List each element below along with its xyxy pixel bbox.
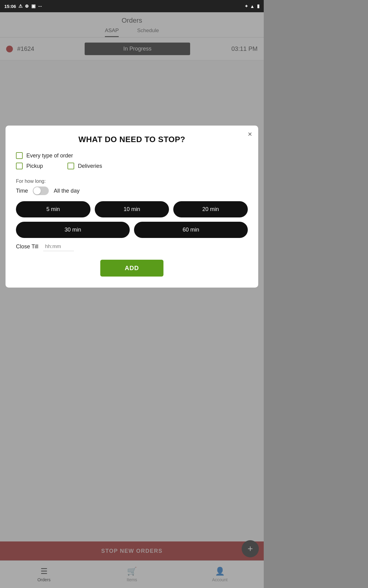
deliveries-label: Deliveries	[78, 163, 102, 169]
location-icon: ⌖	[245, 3, 247, 9]
time-label: Time	[16, 188, 28, 194]
close-till-input[interactable]	[43, 242, 74, 251]
duration-20min-button[interactable]: 20 min	[173, 201, 248, 217]
duration-60min-button[interactable]: 60 min	[134, 222, 248, 238]
stop-orders-modal: × WHAT DO NEED TO STOP? Every type of or…	[6, 126, 258, 288]
for-how-long-label: For how long:	[16, 179, 248, 184]
deliveries-checkbox[interactable]	[67, 163, 74, 169]
modal-title: WHAT DO NEED TO STOP?	[16, 135, 248, 144]
clipboard-icon: ⊕	[25, 3, 29, 9]
pickup-row: Pickup	[16, 163, 43, 169]
duration-buttons-row-1: 5 min 10 min 20 min	[16, 201, 248, 217]
wifi-icon: ▲	[250, 4, 255, 9]
status-bar: 15:06 ⚠ ⊕ ▣ ··· ⌖ ▲ ▮	[0, 0, 264, 12]
time-toggle[interactable]	[33, 187, 49, 195]
more-icon: ···	[38, 4, 42, 9]
modal-close-button[interactable]: ×	[248, 130, 252, 138]
time-toggle-row: Time All the day	[16, 187, 248, 195]
status-bar-right: ⌖ ▲ ▮	[245, 3, 259, 9]
all-day-label: All the day	[54, 188, 79, 194]
toggle-thumb	[33, 187, 41, 194]
modal-overlay[interactable]	[0, 12, 264, 588]
alert-icon: ⚠	[18, 3, 22, 9]
deliveries-row: Deliveries	[67, 163, 102, 169]
every-type-label: Every type of order	[26, 153, 73, 159]
card-icon: ▣	[31, 3, 36, 9]
battery-icon: ▮	[257, 3, 259, 9]
close-till-row: Close Till	[16, 242, 248, 251]
pickup-label: Pickup	[26, 163, 43, 169]
status-bar-left: 15:06 ⚠ ⊕ ▣ ···	[4, 3, 42, 9]
duration-30min-button[interactable]: 30 min	[16, 222, 130, 238]
pickup-checkbox[interactable]	[16, 163, 23, 169]
add-button[interactable]: ADD	[100, 260, 163, 277]
status-time: 15:06	[4, 4, 16, 9]
close-till-label: Close Till	[16, 243, 38, 250]
duration-10min-button[interactable]: 10 min	[95, 201, 169, 217]
pickup-deliveries-row: Pickup Deliveries	[16, 163, 248, 173]
app-container: Orders ASAP Schedule #1624 In Progress 0…	[0, 12, 264, 588]
every-type-checkbox[interactable]	[16, 152, 23, 159]
duration-5min-button[interactable]: 5 min	[16, 201, 90, 217]
duration-buttons-row-2: 30 min 60 min	[16, 222, 248, 238]
every-type-row: Every type of order	[16, 152, 248, 159]
